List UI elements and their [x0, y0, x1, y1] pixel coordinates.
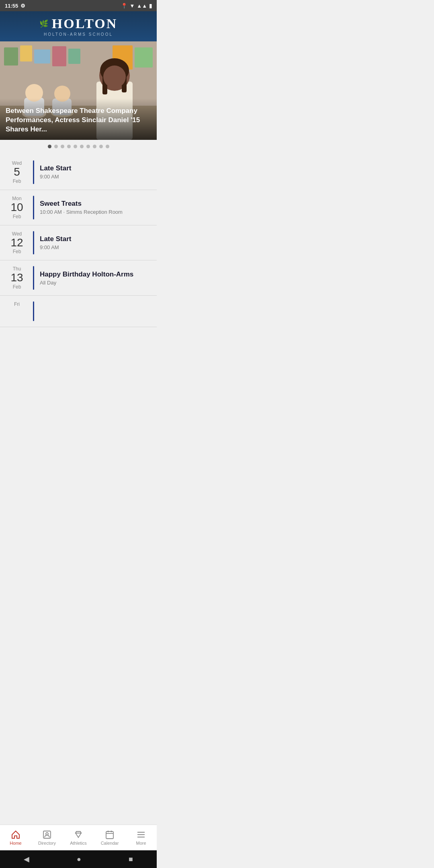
carousel-dot-5[interactable]	[74, 145, 77, 148]
carousel-dot-9[interactable]	[99, 145, 103, 148]
time-display: 11:55	[5, 3, 18, 9]
carousel-dot-2[interactable]	[54, 145, 58, 148]
svg-rect-7	[135, 47, 153, 68]
location-icon: 📍	[121, 3, 127, 9]
event-divider	[33, 301, 34, 321]
app-logo: 🌿 HOLTON	[39, 16, 118, 31]
event-divider	[33, 231, 34, 255]
event-date-5: Fri	[6, 301, 27, 321]
event-divider	[33, 266, 34, 290]
carousel-dot-10[interactable]	[106, 145, 109, 148]
hero-overlay: Between Shakespeare Theatre Company Perf…	[0, 98, 157, 140]
event-info-3: Late Start 9:00 AM	[40, 231, 150, 255]
carousel-dot-4[interactable]	[67, 145, 71, 148]
events-section: Wed 5 Feb Late Start 9:00 AM Mon 10 Feb …	[0, 151, 157, 330]
carousel-dot-7[interactable]	[86, 145, 90, 148]
event-divider	[33, 196, 34, 219]
svg-rect-4	[52, 46, 66, 66]
event-date-2: Mon 10 Feb	[6, 196, 27, 219]
carousel-dot-8[interactable]	[93, 145, 96, 148]
event-date-3: Wed 12 Feb	[6, 231, 27, 255]
hero-caption: Between Shakespeare Theatre Company Perf…	[6, 106, 151, 134]
battery-icon: ▮	[149, 3, 152, 9]
signal-icon: ▲▲	[137, 3, 147, 9]
event-item[interactable]: Mon 10 Feb Sweet Treats 10:00 AM · Simms…	[0, 190, 157, 225]
logo-leaf-icon: 🌿	[39, 19, 49, 28]
event-item[interactable]: Wed 12 Feb Late Start 9:00 AM	[0, 225, 157, 261]
event-info-4: Happy Birthday Holton-Arms All Day	[40, 266, 150, 290]
school-subtitle: HOLTON-ARMS SCHOOL	[44, 32, 113, 37]
event-item[interactable]: Wed 5 Feb Late Start 9:00 AM	[0, 155, 157, 190]
event-item-partial[interactable]: Fri	[0, 296, 157, 327]
event-divider	[33, 160, 34, 184]
event-info-2: Sweet Treats 10:00 AM · Simms Reception …	[40, 196, 150, 219]
gear-icon: ⚙	[20, 3, 25, 9]
svg-rect-3	[34, 49, 50, 63]
event-info-5	[40, 301, 150, 321]
event-date-4: Thu 13 Feb	[6, 266, 27, 290]
carousel-dot-3[interactable]	[61, 145, 64, 148]
wifi-icon: ▼	[129, 3, 135, 9]
hero-banner[interactable]: Between Shakespeare Theatre Company Perf…	[0, 41, 157, 140]
event-info-1: Late Start 9:00 AM	[40, 160, 150, 184]
event-date-1: Wed 5 Feb	[6, 160, 27, 184]
event-item[interactable]: Thu 13 Feb Happy Birthday Holton-Arms Al…	[0, 260, 157, 296]
app-header: 🌿 HOLTON HOLTON-ARMS SCHOOL	[0, 11, 157, 41]
svg-rect-2	[20, 45, 32, 61]
svg-point-20	[103, 66, 126, 88]
carousel-dot-1[interactable]	[48, 145, 51, 148]
carousel-dot-6[interactable]	[80, 145, 84, 148]
carousel-dots[interactable]	[0, 140, 157, 151]
svg-rect-5	[68, 49, 80, 64]
status-bar: 11:55 ⚙ 📍 ▼ ▲▲ ▮	[0, 0, 157, 11]
logo-text: HOLTON	[52, 16, 118, 31]
svg-rect-1	[4, 47, 18, 66]
